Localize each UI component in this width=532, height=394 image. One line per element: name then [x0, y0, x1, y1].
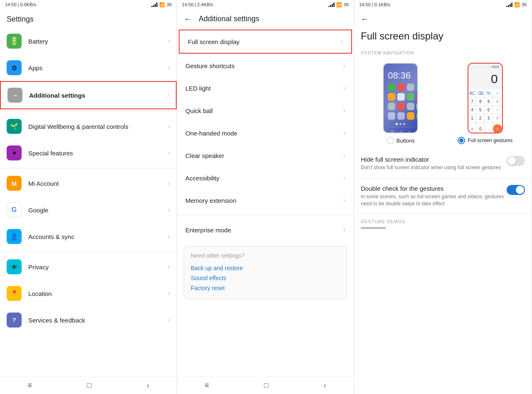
apps-label: Apps	[28, 64, 168, 71]
full-screen-label: Full screen display	[188, 38, 341, 45]
privacy-label: Privacy	[28, 263, 168, 271]
back-button-2[interactable]: ←	[184, 14, 192, 24]
nav-option-buttons[interactable]: 08:36	[361, 63, 441, 144]
settings-item-battery[interactable]: 🔋 Battery ›	[0, 28, 177, 54]
hide-indicator-toggle[interactable]	[507, 156, 525, 166]
calc-btn-add: +	[493, 114, 502, 122]
gesture-shortcuts-chevron: ›	[343, 62, 345, 69]
mi-account-icon: M	[7, 176, 22, 191]
nav-item-led-light[interactable]: LED light ›	[177, 77, 354, 99]
special-features-chevron: ›	[168, 149, 170, 157]
app-grid-left	[386, 82, 415, 121]
google-label: Google	[28, 207, 168, 214]
bottom-back-icon-2[interactable]: ‹	[324, 381, 326, 390]
nav-option-fullscreen-gestures[interactable]: ⊞⊞⊞ 0 AC ⌫ % ÷ 7 8	[446, 63, 525, 144]
clear-speaker-chevron: ›	[343, 152, 345, 159]
settings-item-privacy[interactable]: 👁 Privacy ›	[0, 254, 177, 280]
buttons-option-label: Buttons	[387, 137, 415, 144]
settings-item-location[interactable]: 📍 Location ›	[0, 280, 177, 307]
settings-item-special-features[interactable]: ✦ Special features ›	[0, 140, 177, 166]
buttons-mockup: 08:36	[383, 63, 418, 133]
sound-effects-link[interactable]: Sound effects	[191, 273, 340, 283]
quick-ball-label: Quick ball	[185, 107, 343, 114]
bottom-home-icon-2[interactable]: □	[264, 381, 268, 390]
calc-btn-sub: −	[493, 106, 502, 114]
factory-reset-link[interactable]: Factory reset	[191, 283, 340, 293]
double-check-toggle[interactable]	[507, 185, 525, 195]
battery-icon: 39	[167, 2, 172, 7]
gestures-radio[interactable]	[458, 137, 465, 144]
gesture-demos-label: GESTURE DEMOS	[354, 214, 532, 226]
nav-item-gesture-shortcuts[interactable]: Gesture shortcuts ›	[177, 54, 354, 77]
quick-ball-chevron: ›	[343, 107, 345, 114]
full-screen-chevron: ›	[341, 38, 343, 45]
clear-speaker-label: Clear speaker	[185, 152, 343, 159]
settings-item-digital-wellbeing[interactable]: 🌱 Digital Wellbeing & parental controls …	[0, 113, 177, 140]
additional-settings-title: Additional settings	[199, 15, 259, 23]
settings-item-accounts-sync[interactable]: 👤 Accounts & sync ›	[0, 223, 177, 250]
digital-wellbeing-label: Digital Wellbeing & parental controls	[28, 123, 168, 130]
one-handed-label: One-handed mode	[185, 130, 343, 137]
one-handed-chevron: ›	[343, 129, 345, 137]
hide-indicator-title: Hide full screen indicator	[361, 156, 507, 163]
calc-btn-0: 0	[476, 123, 484, 133]
settings-item-google[interactable]: G Google ›	[0, 197, 177, 223]
status-bar-3: 14:50 | 0.1KB/s 📶 39	[354, 0, 532, 9]
google-icon: G	[7, 202, 22, 217]
settings-item-apps[interactable]: ⚙ Apps ›	[0, 54, 177, 81]
system-nav-label: SYSTEM NAVIGATION	[354, 45, 532, 58]
nav-item-accessibility[interactable]: Accessibility ›	[177, 167, 354, 189]
digital-wellbeing-chevron: ›	[168, 123, 170, 130]
nav-item-one-handed[interactable]: One-handed mode ›	[177, 122, 354, 144]
bottom-menu-icon[interactable]: ≡	[27, 381, 32, 390]
calc-buttons-grid: AC ⌫ % ÷ 7 8 9 × 4 5 6	[468, 89, 502, 133]
bottom-nav-2: ≡ □ ‹	[177, 377, 354, 394]
buttons-radio[interactable]	[387, 137, 394, 144]
additional-chevron: ›	[167, 91, 169, 99]
bottom-home-icon[interactable]: □	[87, 381, 91, 390]
calc-btn-pct: %	[485, 89, 493, 97]
nav-item-quick-ball[interactable]: Quick ball ›	[177, 99, 354, 122]
double-check-text: Double check for the gestures In some sc…	[361, 185, 507, 207]
additional-settings-header: ← Additional settings	[177, 9, 354, 29]
calc-btn-div: ÷	[493, 89, 502, 97]
calc-btn-1: 1	[468, 114, 476, 122]
back-button-3[interactable]: ←	[361, 14, 369, 24]
mockup-nav-buttons: ≡ ○ ‹	[386, 127, 415, 133]
hide-indicator-row: Hide full screen indicator Don't show fu…	[354, 149, 532, 178]
backup-restore-link[interactable]: Back up and restore	[191, 263, 340, 273]
settings-item-additional[interactable]: ··· Additional settings ›	[0, 81, 177, 109]
settings-item-mi-account[interactable]: M Mi Account ›	[0, 170, 177, 197]
panel-full-screen-display: 14:50 | 0.1KB/s 📶 39 ← Full screen displ…	[354, 0, 532, 394]
accessibility-chevron: ›	[343, 174, 345, 182]
gestures-mockup: ⊞⊞⊞ 0 AC ⌫ % ÷ 7 8	[468, 63, 503, 133]
status-icons-2: 📶 39	[328, 2, 349, 7]
accessibility-label: Accessibility	[185, 175, 343, 182]
special-features-icon: ✦	[7, 145, 22, 160]
other-settings-title: Need other settings?	[191, 252, 340, 259]
double-check-desc: In some scenes, such as full-screen game…	[361, 193, 507, 207]
full-screen-page-title: Full screen display	[354, 29, 532, 45]
gesture-shortcuts-label: Gesture shortcuts	[185, 62, 343, 69]
calc-btn-7: 7	[468, 98, 476, 106]
calc-btn-special: ⊙	[468, 123, 476, 133]
status-icons-3: 📶 39	[506, 2, 527, 7]
nav-item-enterprise-mode[interactable]: Enterprise mode ›	[177, 219, 354, 241]
battery-icon-2: 39	[344, 2, 349, 7]
calc-btn-3: 3	[485, 114, 493, 122]
additional-icon-bg: ···	[7, 88, 22, 103]
calc-btn-9: 9	[485, 98, 493, 106]
nav-item-memory-extension[interactable]: Memory extension ›	[177, 189, 354, 212]
settings-item-services-feedback[interactable]: ? Services & feedback ›	[0, 307, 177, 333]
status-text-1: 14:50 | 0.0KB/s	[5, 2, 36, 7]
nav-item-clear-speaker[interactable]: Clear speaker ›	[177, 144, 354, 167]
battery-icon-3: 39	[522, 2, 527, 7]
bottom-menu-icon-2[interactable]: ≡	[204, 381, 209, 390]
privacy-chevron: ›	[168, 263, 170, 271]
accounts-sync-icon: 👤	[7, 229, 22, 244]
bottom-back-icon[interactable]: ‹	[147, 381, 149, 390]
full-screen-header: ←	[354, 9, 532, 29]
apps-icon-bg: ⚙	[7, 60, 22, 75]
nav-item-full-screen[interactable]: Full screen display ›	[179, 30, 352, 54]
google-chevron: ›	[168, 206, 170, 214]
